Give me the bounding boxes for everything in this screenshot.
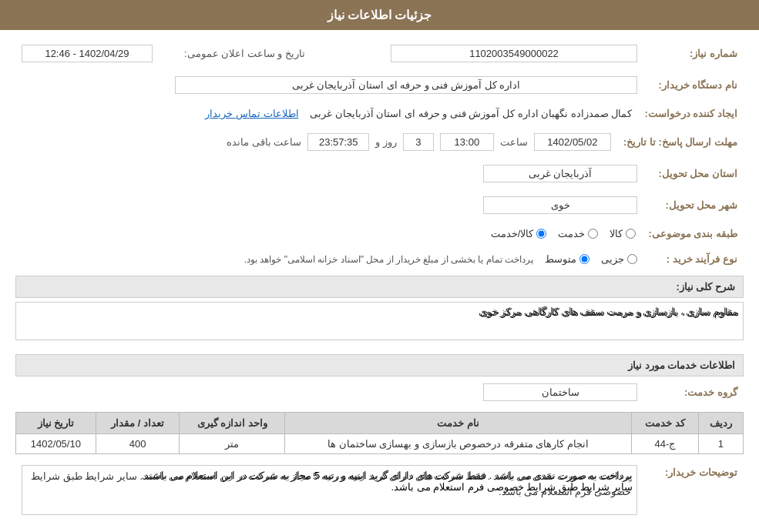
remaining-label: ساعت باقی مانده: [227, 136, 301, 148]
buyer-notes-container: پرداخت به صورت نقدی می باشد . فقط شرکت ه…: [22, 465, 637, 517]
col-date-header: تاریخ نیاز: [16, 413, 96, 434]
deadline-days-field[interactable]: 3: [403, 133, 434, 151]
time-remaining-field[interactable]: 23:57:35: [307, 133, 369, 151]
services-table: ردیف کد خدمت نام خدمت واحد اندازه گیری ت…: [15, 412, 744, 454]
category-khadamat-radio[interactable]: [588, 229, 598, 239]
services-info-label: اطلاعات خدمات مورد نیاز: [628, 360, 735, 371]
need-description-label: شرح کلی نیاز:: [676, 281, 735, 293]
process-motavasset-radio[interactable]: [579, 254, 589, 264]
page-title: جزئیات اطلاعات نیاز: [327, 8, 432, 22]
buyer-org-label: نام دستگاه خریدار:: [643, 73, 744, 97]
deadline-date-field[interactable]: 1402/05/02: [534, 133, 611, 151]
need-number-label: شماره نیاز:: [643, 42, 744, 65]
city-label: شهر محل تحویل:: [643, 193, 744, 217]
buyer-notes-label: توضیحات خریدار:: [643, 462, 744, 520]
table-cell-name: انجام کارهای متفرقه درخصوص بازسازی و بهس…: [285, 434, 632, 454]
requester-label: ایجاد کننده درخواست:: [638, 105, 744, 122]
buyer-org-field[interactable]: اداره کل آموزش فنی و حرفه ای استان آذربا…: [175, 76, 637, 94]
need-number-field[interactable]: 1102003549000022: [391, 45, 637, 62]
buyer-notes-row: توضیحات خریدار: پرداخت به صورت نقدی می ب…: [15, 462, 744, 520]
category-khadamat-label: خدمت: [558, 228, 585, 239]
province-row: استان محل تحویل: آذربایجان غربی: [15, 162, 744, 186]
col-count-header: تعداد / مقدار: [96, 413, 180, 434]
col-unit-header: واحد اندازه گیری: [180, 413, 285, 434]
process-row: نوع فرآیند خرید : جزیی متوسط پرداخت تمام…: [15, 250, 744, 268]
deadline-label: مهلت ارسال پاسخ: تا تاریخ:: [617, 130, 744, 154]
service-group-row: گروه خدمت: ساختمان: [15, 380, 744, 404]
page-container: جزئیات اطلاعات نیاز شماره نیاز: 11020035…: [0, 0, 759, 532]
announce-label: تاریخ و ساعت اعلان عمومی:: [184, 48, 305, 59]
province-field[interactable]: آذربایجان غربی: [483, 165, 637, 182]
buyer-org-row: نام دستگاه خریدار: اداره کل آموزش فنی و …: [15, 73, 744, 97]
col-row-header: ردیف: [698, 413, 743, 434]
table-cell-count: 400: [96, 434, 180, 454]
need-number-row: شماره نیاز: 1102003549000022 تاریخ و ساع…: [15, 42, 744, 65]
table-cell-code: ج-44: [632, 434, 699, 454]
category-row: طبقه بندی موضوعی: کالا خدمت: [15, 225, 744, 243]
category-kala-label: کالا: [610, 228, 623, 239]
need-description-section: شرح کلی نیاز:: [15, 276, 744, 298]
process-motavasset-option[interactable]: متوسط: [545, 253, 589, 265]
need-description-textarea[interactable]: [15, 302, 744, 340]
process-note: پرداخت تمام یا بخشی از مبلغ خریدار از مح…: [244, 254, 533, 265]
process-jazii-label: جزیی: [601, 253, 624, 265]
requester-row: ایجاد کننده درخواست: کمال صمدزاده نگهبان…: [15, 105, 744, 122]
contact-link[interactable]: اطلاعات تماس خریدار: [205, 108, 298, 119]
table-cell-row: 1: [698, 434, 743, 454]
buyer-notes-textarea[interactable]: [22, 465, 637, 515]
process-label: نوع فرآیند خرید :: [643, 250, 744, 268]
city-row: شهر محل تحویل: خوی: [15, 193, 744, 217]
category-kala-radio[interactable]: [626, 229, 636, 239]
deadline-date-row: 1402/05/02 ساعت 13:00 3 روز و 23:57:35 س…: [22, 133, 611, 151]
category-kala-khadamat-option[interactable]: کالا/خدمت: [491, 228, 547, 239]
category-khadamat-option[interactable]: خدمت: [558, 228, 598, 239]
deadline-time-field[interactable]: 13:00: [440, 133, 494, 151]
col-code-header: کد خدمت: [632, 413, 699, 434]
content-area: شماره نیاز: 1102003549000022 تاریخ و ساع…: [0, 30, 759, 532]
process-jazii-radio[interactable]: [627, 254, 637, 264]
deadline-row: مهلت ارسال پاسخ: تا تاریخ: 1402/05/02 سا…: [15, 130, 744, 154]
time-label: ساعت: [500, 136, 528, 148]
province-label: استان محل تحویل:: [643, 162, 744, 186]
announce-value-field[interactable]: 1402/04/29 - 12:46: [22, 45, 153, 62]
category-kala-khadamat-radio[interactable]: [536, 229, 546, 239]
category-radio-group: کالا خدمت کالا/خدمت: [22, 228, 636, 239]
requester-value: کمال صمدزاده نگهبان اداره کل آموزش فنی و…: [310, 108, 632, 119]
table-cell-date: 1402/05/10: [16, 434, 96, 454]
services-info-section: اطلاعات خدمات مورد نیاز: [15, 354, 744, 376]
need-number-value: 1102003549000022: [313, 42, 643, 65]
category-kala-khadamat-label: کالا/خدمت: [491, 228, 534, 239]
category-label: طبقه بندی موضوعی:: [642, 225, 744, 243]
table-cell-unit: متر: [180, 434, 285, 454]
process-radio-group: جزیی متوسط پرداخت تمام یا بخشی از مبلغ خ…: [22, 253, 637, 265]
service-group-field[interactable]: ساختمان: [483, 383, 637, 401]
process-motavasset-label: متوسط: [545, 253, 576, 265]
service-group-label: گروه خدمت:: [643, 380, 744, 404]
table-row: 1ج-44انجام کارهای متفرقه درخصوص بازسازی …: [16, 434, 744, 454]
days-label: روز و: [375, 136, 397, 148]
need-description-container: مقاوم سازی ، بازسازی و مرمت سقف های کارگ…: [15, 302, 744, 346]
process-jazii-option[interactable]: جزیی: [601, 253, 637, 265]
col-name-header: نام خدمت: [285, 413, 632, 434]
page-header: جزئیات اطلاعات نیاز: [0, 0, 759, 30]
city-field[interactable]: خوی: [483, 196, 637, 214]
category-kala-option[interactable]: کالا: [610, 228, 636, 239]
